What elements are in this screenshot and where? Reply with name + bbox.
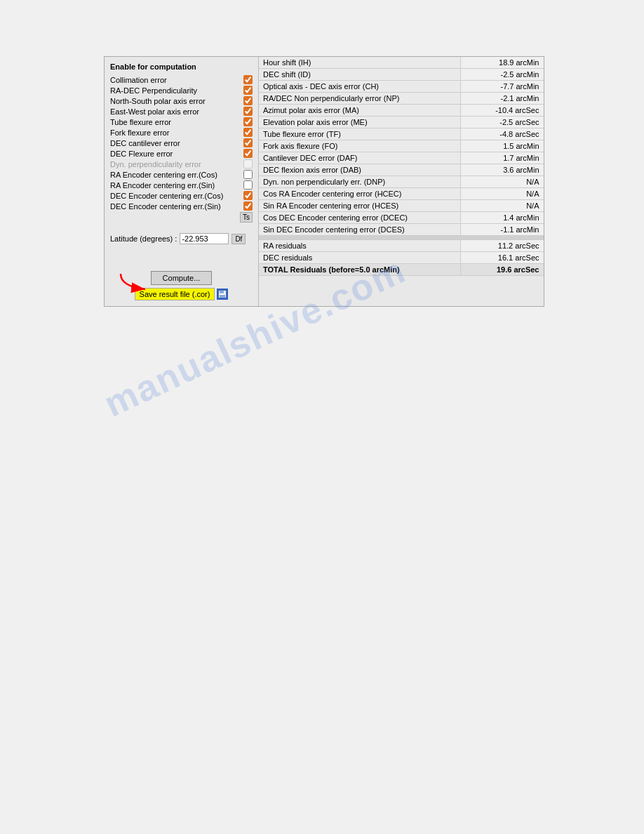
row-value: 16.1 arcSec xyxy=(460,252,543,264)
arrow-icon xyxy=(114,272,156,293)
table-row: Cos RA Encoder centering error (HCEC)N/A xyxy=(259,188,544,200)
checkbox-12[interactable] xyxy=(243,201,253,211)
arrow-container xyxy=(110,244,253,265)
row-label: Cos DEC Encoder centering error (DCEC) xyxy=(259,212,460,224)
row-label: Azimut polar axis error (MA) xyxy=(259,105,460,117)
checkbox-row-7: DEC Flexure error xyxy=(110,149,253,158)
row-label: Dyn. non perpendicularly err. (DNP) xyxy=(259,176,460,188)
table-row: DEC flexion axis error (DAB)3.6 arcMin xyxy=(259,164,544,176)
row-label: DEC residuals xyxy=(259,252,460,264)
checkbox-label-6: DEC cantilever error xyxy=(110,139,243,147)
section-title: Enable for computation xyxy=(110,62,253,71)
row-label: RA/DEC Non perpendicularly error (NP) xyxy=(259,93,460,105)
table-row: Sin DEC Encoder centering error (DCES)-1… xyxy=(259,224,544,236)
checkbox-label-11: DEC Encoder centering err.(Cos) xyxy=(110,192,243,200)
right-panel: Hour shift (IH)18.9 arcMinDEC shift (ID)… xyxy=(259,57,544,306)
latitude-input[interactable] xyxy=(180,233,229,244)
checkbox-label-7: DEC Flexure error xyxy=(110,150,243,158)
table-row: DEC shift (ID)-2.5 arcMin xyxy=(259,69,544,81)
table-row: Sin RA Encoder centering error (HCES)N/A xyxy=(259,200,544,212)
checkbox-4[interactable] xyxy=(243,117,253,126)
checkbox-label-3: East-West polar axis error xyxy=(110,107,243,116)
df-button[interactable]: Df xyxy=(232,234,246,244)
row-value: 1.7 arcMin xyxy=(460,152,543,164)
checkbox-11[interactable] xyxy=(243,191,253,200)
table-row: Dyn. non perpendicularly err. (DNP)N/A xyxy=(259,176,544,188)
checkbox-row-6: DEC cantilever error xyxy=(110,138,253,147)
floppy-disk-icon xyxy=(218,290,227,298)
checkbox-2[interactable] xyxy=(243,96,253,105)
row-label: Cos RA Encoder centering error (HCEC) xyxy=(259,188,460,200)
svg-rect-3 xyxy=(220,295,225,298)
row-value: 3.6 arcMin xyxy=(460,164,543,176)
row-label: Cantilever DEC error (DAF) xyxy=(259,152,460,164)
row-label: Sin DEC Encoder centering error (DCES) xyxy=(259,224,460,236)
checkbox-row-0: Collimation error xyxy=(110,75,253,84)
checkboxes-container: Collimation errorRA-DEC Perpendicularity… xyxy=(110,75,253,223)
row-value: N/A xyxy=(460,176,543,188)
row-value: N/A xyxy=(460,188,543,200)
latitude-row: Latitude (degrees) : Df xyxy=(110,233,253,244)
table-row: TOTAL Residuals (before=5.0 arcMin)19.6 … xyxy=(259,264,544,276)
checkbox-label-1: RA-DEC Perpendicularity xyxy=(110,86,243,95)
table-row: RA/DEC Non perpendicularly error (NP)-2.… xyxy=(259,93,544,105)
row-value: -1.1 arcMin xyxy=(460,224,543,236)
checkbox-9[interactable] xyxy=(243,170,253,179)
table-row: Cantilever DEC error (DAF)1.7 arcMin xyxy=(259,152,544,164)
checkbox-3[interactable] xyxy=(243,107,253,116)
row-label: Sin RA Encoder centering error (HCES) xyxy=(259,200,460,212)
table-row: DEC residuals16.1 arcSec xyxy=(259,252,544,264)
left-panel: Enable for computation Collimation error… xyxy=(105,57,259,306)
checkbox-5[interactable] xyxy=(243,128,253,137)
row-label: Fork axis flexure (FO) xyxy=(259,140,460,152)
row-value: -7.7 arcMin xyxy=(460,81,543,93)
checkbox-row-4: Tube flexure error xyxy=(110,117,253,126)
row-value: 19.6 arcSec xyxy=(460,264,543,276)
row-label: Optical axis - DEC axis error (CH) xyxy=(259,81,460,93)
checkbox-7[interactable] xyxy=(243,149,253,158)
row-value: 18.9 arcMin xyxy=(460,57,543,69)
row-label: DEC shift (ID) xyxy=(259,69,460,81)
save-file-icon[interactable] xyxy=(217,289,228,300)
checkbox-label-8: Dyn. perpendicularity error xyxy=(110,160,243,168)
table-row: Hour shift (IH)18.9 arcMin xyxy=(259,57,544,69)
row-label: Elevation polar axis error (ME) xyxy=(259,117,460,128)
row-value: N/A xyxy=(460,200,543,212)
ts-button-row: Ts xyxy=(110,212,253,223)
row-value: -2.1 arcMin xyxy=(460,93,543,105)
checkbox-row-8: Dyn. perpendicularity error xyxy=(110,159,253,168)
checkbox-label-2: North-South polar axis error xyxy=(110,97,243,105)
table-row: Elevation polar axis error (ME)-2.5 arcS… xyxy=(259,117,544,128)
checkbox-row-10: RA Encoder centering err.(Sin) xyxy=(110,180,253,190)
checkbox-label-5: Fork flexure error xyxy=(110,128,243,137)
checkbox-row-11: DEC Encoder centering err.(Cos) xyxy=(110,191,253,200)
checkbox-0[interactable] xyxy=(243,75,253,84)
checkbox-6[interactable] xyxy=(243,138,253,147)
row-label: RA residuals xyxy=(259,240,460,252)
checkbox-row-3: East-West polar axis error xyxy=(110,107,253,116)
results-table: Hour shift (IH)18.9 arcMinDEC shift (ID)… xyxy=(259,57,544,276)
checkbox-row-9: RA Encoder centering err.(Cos) xyxy=(110,170,253,179)
checkbox-10[interactable] xyxy=(243,180,253,190)
row-label: Tube flexure error (TF) xyxy=(259,128,460,140)
checkbox-1[interactable] xyxy=(243,86,253,95)
ts-button[interactable]: Ts xyxy=(240,212,253,223)
checkbox-label-10: RA Encoder centering err.(Sin) xyxy=(110,181,243,190)
checkbox-label-9: RA Encoder centering err.(Cos) xyxy=(110,171,243,179)
latitude-label: Latitude (degrees) : xyxy=(110,234,177,243)
checkbox-row-1: RA-DEC Perpendicularity xyxy=(110,86,253,95)
compute-button[interactable]: Compute... xyxy=(151,271,213,285)
row-value: 11.2 arcSec xyxy=(460,240,543,252)
table-row: Tube flexure error (TF)-4.8 arcSec xyxy=(259,128,544,140)
row-value: -2.5 arcMin xyxy=(460,69,543,81)
checkbox-8 xyxy=(243,159,253,168)
checkbox-label-4: Tube flexure error xyxy=(110,118,243,126)
row-value: 1.5 arcMin xyxy=(460,140,543,152)
checkbox-label-0: Collimation error xyxy=(110,76,243,84)
row-value: -10.4 arcSec xyxy=(460,105,543,117)
row-value: -4.8 arcSec xyxy=(460,128,543,140)
row-value: 1.4 arcMin xyxy=(460,212,543,224)
checkbox-row-12: DEC Encoder centering err.(Sin) xyxy=(110,201,253,211)
row-label: DEC flexion axis error (DAB) xyxy=(259,164,460,176)
table-row: Fork axis flexure (FO)1.5 arcMin xyxy=(259,140,544,152)
